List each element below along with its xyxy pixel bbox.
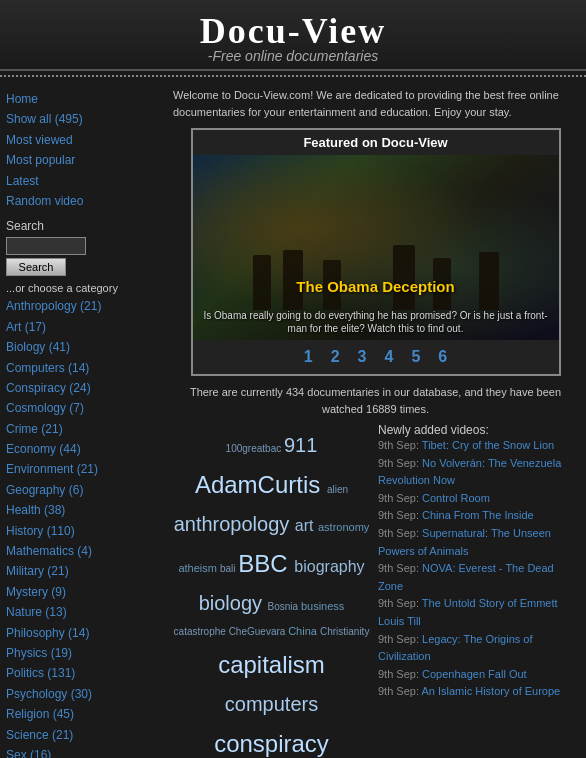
- newly-legacy: 9th Sep: Legacy: The Origins of Civiliza…: [378, 631, 578, 666]
- featured-image-area[interactable]: The Obama Deception Is Obama really goin…: [193, 155, 559, 340]
- tag-anthropology[interactable]: anthropology: [174, 513, 295, 535]
- welcome-text: Welcome to Docu-View.com! We are dedicat…: [173, 87, 578, 120]
- main-layout: Home Show all (495) Most viewed Most pop…: [0, 81, 586, 758]
- content-area: Welcome to Docu-View.com! We are dedicat…: [165, 81, 586, 758]
- search-input[interactable]: [6, 237, 86, 255]
- category-label: ...or choose a category: [6, 282, 159, 294]
- featured-doc-title: The Obama Deception: [193, 278, 559, 295]
- tag-alien[interactable]: alien: [327, 484, 348, 495]
- latest-link[interactable]: Latest: [6, 171, 159, 191]
- tag-bbc[interactable]: BBC: [238, 550, 294, 577]
- tag-911[interactable]: 911: [284, 434, 317, 456]
- cat-physics[interactable]: Physics (19): [6, 643, 159, 663]
- random-video-link[interactable]: Random video: [6, 191, 159, 211]
- cat-computers[interactable]: Computers (14): [6, 358, 159, 378]
- cat-anthropology[interactable]: Anthropology (21): [6, 296, 159, 316]
- bottom-section: 100greatbac 911 AdamCurtis alien anthrop…: [173, 423, 578, 758]
- sidebar: Home Show all (495) Most viewed Most pop…: [0, 81, 165, 758]
- stats-text: There are currently 434 documentaries in…: [173, 384, 578, 417]
- newly-venezuela: 9th Sep: No Volverán: The Venezuela Revo…: [378, 455, 578, 490]
- newly-islamic: 9th Sep: An Islamic History of Europe: [378, 683, 578, 701]
- tag-cheguevara[interactable]: CheGuevara: [229, 626, 288, 637]
- most-viewed-link[interactable]: Most viewed: [6, 130, 159, 150]
- cat-biology[interactable]: Biology (41): [6, 337, 159, 357]
- newly-supernatural: 9th Sep: Supernatural: The Unseen Powers…: [378, 525, 578, 560]
- featured-nav-2[interactable]: 2: [331, 348, 340, 366]
- newly-emmett: 9th Sep: The Untold Story of Emmett Loui…: [378, 595, 578, 630]
- featured-nav-6[interactable]: 6: [438, 348, 447, 366]
- home-link[interactable]: Home: [6, 89, 159, 109]
- featured-nav-3[interactable]: 3: [358, 348, 367, 366]
- cat-psychology[interactable]: Psychology (30): [6, 684, 159, 704]
- tag-atheism[interactable]: atheism: [178, 562, 220, 574]
- cat-conspiracy[interactable]: Conspiracy (24): [6, 378, 159, 398]
- show-all-link[interactable]: Show all (495): [6, 109, 159, 129]
- sidebar-nav: Home Show all (495) Most viewed Most pop…: [6, 89, 159, 211]
- tag-computers[interactable]: computers: [225, 693, 318, 715]
- featured-doc-desc: Is Obama really going to do everything h…: [193, 309, 559, 335]
- most-popular-link[interactable]: Most popular: [6, 150, 159, 170]
- newly-copenhagen: 9th Sep: Copenhagen Fall Out: [378, 666, 578, 684]
- cat-crime[interactable]: Crime (21): [6, 419, 159, 439]
- newly-control: 9th Sep: Control Room: [378, 490, 578, 508]
- featured-nav-5[interactable]: 5: [411, 348, 420, 366]
- newly-added-list: 9th Sep: Tibet: Cry of the Snow Lion9th …: [378, 437, 578, 701]
- cat-nature[interactable]: Nature (13): [6, 602, 159, 622]
- featured-film-still: The Obama Deception Is Obama really goin…: [193, 155, 559, 340]
- tag-cloud-area: 100greatbac 911 AdamCurtis alien anthrop…: [173, 423, 370, 758]
- cat-politics[interactable]: Politics (131): [6, 663, 159, 683]
- cat-military[interactable]: Military (21): [6, 561, 159, 581]
- tag-100greatbac[interactable]: 100greatbac: [226, 443, 284, 454]
- cat-history[interactable]: History (110): [6, 521, 159, 541]
- cat-mathematics[interactable]: Mathematics (4): [6, 541, 159, 561]
- site-logo-subtitle: -Free online documentaries: [0, 48, 586, 64]
- cat-religion[interactable]: Religion (45): [6, 704, 159, 724]
- tag-catastrophe[interactable]: catastrophe: [174, 626, 229, 637]
- tag-conspiracy[interactable]: conspiracy: [214, 730, 329, 757]
- newly-added-header: Newly added videos:: [378, 423, 578, 437]
- cat-economy[interactable]: Economy (44): [6, 439, 159, 459]
- tag-china[interactable]: China: [288, 625, 320, 637]
- search-box: Search: [6, 237, 159, 276]
- tag-art[interactable]: art: [295, 517, 318, 534]
- cat-mystery[interactable]: Mystery (9): [6, 582, 159, 602]
- featured-nav-1[interactable]: 1: [304, 348, 313, 366]
- tag-christianity[interactable]: Christianity: [320, 626, 369, 637]
- tag-biology[interactable]: biology: [199, 592, 268, 614]
- newly-tibet: 9th Sep: Tibet: Cry of the Snow Lion: [378, 437, 578, 455]
- featured-nav: 1 2 3 4 5 6: [193, 340, 559, 374]
- cat-environment[interactable]: Environment (21): [6, 459, 159, 479]
- search-button[interactable]: Search: [6, 258, 66, 276]
- newly-nova: 9th Sep: NOVA: Everest - The Dead Zone: [378, 560, 578, 595]
- newly-added-area: Newly added videos: 9th Sep: Tibet: Cry …: [378, 423, 578, 758]
- featured-box: Featured on Docu-View The Obama Deceptio…: [191, 128, 561, 376]
- tag-adamcurtis[interactable]: AdamCurtis: [195, 471, 327, 498]
- cat-geography[interactable]: Geography (6): [6, 480, 159, 500]
- tag-biography[interactable]: biography: [294, 558, 364, 575]
- cat-science[interactable]: Science (21): [6, 725, 159, 745]
- cat-philosophy[interactable]: Philosophy (14): [6, 623, 159, 643]
- newly-china: 9th Sep: China From The Inside: [378, 507, 578, 525]
- tag-cloud: 100greatbac 911 AdamCurtis alien anthrop…: [173, 423, 370, 758]
- featured-nav-4[interactable]: 4: [385, 348, 394, 366]
- tag-capitalism[interactable]: capitalism: [218, 651, 325, 678]
- cat-sex[interactable]: Sex (16): [6, 745, 159, 758]
- tag-bali[interactable]: bali: [220, 563, 238, 574]
- featured-title: Featured on Docu-View: [193, 130, 559, 155]
- site-header: Docu-View -Free online documentaries: [0, 0, 586, 71]
- cat-cosmology[interactable]: Cosmology (7): [6, 398, 159, 418]
- cat-art[interactable]: Art (17): [6, 317, 159, 337]
- cat-health[interactable]: Health (38): [6, 500, 159, 520]
- tag-astronomy[interactable]: astronomy: [318, 521, 369, 533]
- tag-bosnia[interactable]: Bosnia: [268, 601, 301, 612]
- search-label: Search: [6, 219, 159, 233]
- tag-business[interactable]: business: [301, 600, 344, 612]
- site-logo-title: Docu-View: [0, 10, 586, 52]
